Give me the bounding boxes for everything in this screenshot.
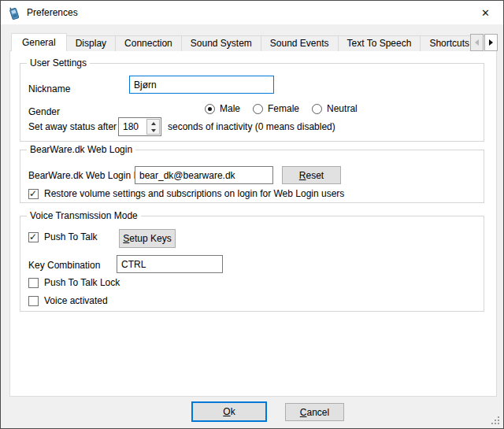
tab-scroll-right-button[interactable] <box>484 34 498 51</box>
radio-male-label: Male <box>220 103 240 114</box>
restore-volume-label: Restore volume settings and subscription… <box>44 188 344 199</box>
radio-neutral-label: Neutral <box>327 103 358 114</box>
voice-activated-label: Voice activated <box>44 295 108 306</box>
tab-scroll-left-button[interactable] <box>470 34 484 51</box>
resize-grip[interactable] <box>490 415 501 426</box>
radio-option-neutral[interactable]: Neutral <box>312 103 358 114</box>
cancel-button[interactable]: Cancel <box>285 403 344 421</box>
tab-general[interactable]: General <box>11 33 67 51</box>
reset-button[interactable]: Reset <box>282 166 341 184</box>
tab-scroll-buttons <box>469 34 498 51</box>
spin-down-icon[interactable] <box>151 129 156 132</box>
voice-activated-checkbox-row[interactable]: Voice activated <box>28 295 108 306</box>
key-combination-input[interactable] <box>117 255 223 273</box>
spinner-buttons <box>146 119 160 135</box>
radio-female-label: Female <box>268 103 299 114</box>
dialog-content: General Display Connection Sound System … <box>1 24 503 428</box>
group-voice-transmission: Voice Transmission Mode Push To Talk Set… <box>20 216 484 312</box>
push-to-talk-checkbox[interactable] <box>28 232 39 242</box>
window-title: Preferences <box>27 7 78 18</box>
restore-volume-checkbox-row[interactable]: Restore volume settings and subscription… <box>28 188 344 199</box>
push-to-talk-checkbox-row[interactable]: Push To Talk <box>28 231 98 242</box>
preferences-window: Preferences ✕ General Display Connection… <box>0 0 504 429</box>
tab-text-to-speech[interactable]: Text To Speech <box>338 35 421 51</box>
title-bar: Preferences ✕ <box>1 1 503 24</box>
push-to-talk-lock-checkbox[interactable] <box>28 278 39 288</box>
setup-keys-button[interactable]: Setup Keys <box>119 229 176 248</box>
tab-bar: General Display Connection Sound System … <box>11 32 498 51</box>
push-to-talk-label: Push To Talk <box>44 231 98 242</box>
group-title: BearWare.dk Web Login <box>27 144 135 155</box>
push-to-talk-lock-label: Push To Talk Lock <box>44 277 120 288</box>
tab-page-general: User Settings Nickname Gender Male Femal… <box>9 50 497 397</box>
web-login-id-input[interactable] <box>135 166 273 184</box>
arrow-right-icon <box>489 39 493 46</box>
voice-activated-checkbox[interactable] <box>28 296 39 306</box>
group-web-login: BearWare.dk Web Login BearWare.dk Web Lo… <box>20 150 484 203</box>
group-title: Voice Transmission Mode <box>27 210 141 221</box>
nickname-label: Nickname <box>28 83 70 94</box>
radio-neutral-icon[interactable] <box>312 104 322 114</box>
away-seconds-value: 180 <box>123 121 139 132</box>
radio-female-icon[interactable] <box>253 104 263 114</box>
radio-option-female[interactable]: Female <box>253 103 299 114</box>
push-to-talk-lock-checkbox-row[interactable]: Push To Talk Lock <box>28 277 120 288</box>
app-icon <box>7 6 21 20</box>
away-status-label: Set away status after <box>28 121 117 132</box>
ok-button[interactable]: Ok <box>191 401 267 422</box>
nickname-input[interactable] <box>129 76 274 94</box>
radio-male-icon[interactable] <box>205 104 215 114</box>
close-button[interactable]: ✕ <box>468 1 503 24</box>
restore-volume-checkbox[interactable] <box>28 189 39 199</box>
group-user-settings: User Settings Nickname Gender Male Femal… <box>20 63 484 142</box>
gender-label: Gender <box>28 106 60 117</box>
tab-sound-events[interactable]: Sound Events <box>261 35 339 51</box>
gender-radio-group: Male Female Neutral <box>205 103 370 114</box>
group-title: User Settings <box>27 57 90 68</box>
key-combination-label: Key Combination <box>28 260 100 271</box>
away-status-suffix: seconds of inactivity (0 means disabled) <box>168 121 335 132</box>
spin-up-icon[interactable] <box>151 122 156 125</box>
tab-sound-system[interactable]: Sound System <box>181 35 261 51</box>
radio-option-male[interactable]: Male <box>205 103 240 114</box>
tab-display[interactable]: Display <box>66 35 116 51</box>
arrow-left-icon <box>475 39 479 46</box>
away-seconds-spinner[interactable]: 180 <box>118 117 161 136</box>
web-login-id-label: BearWare.dk Web Login ID <box>28 170 143 181</box>
tab-connection[interactable]: Connection <box>115 35 182 51</box>
